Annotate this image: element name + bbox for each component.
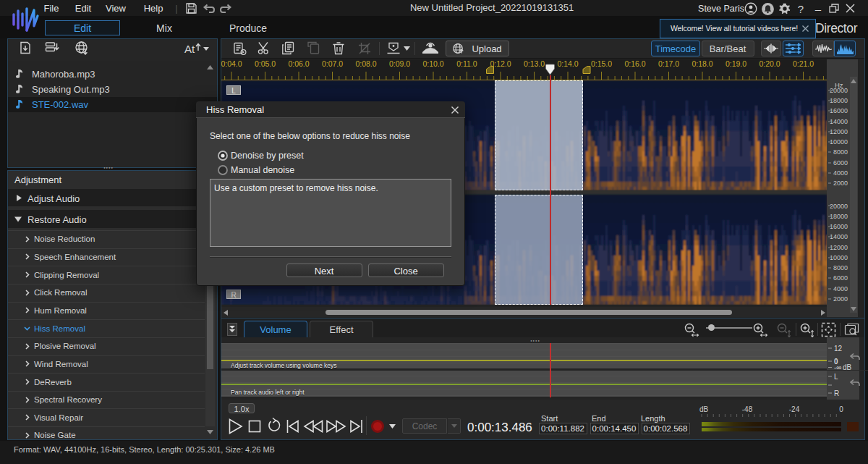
svg-text:0:18.0: 0:18.0: [692, 59, 712, 68]
svg-text:12: 12: [834, 345, 843, 353]
svg-text:L: L: [834, 373, 838, 381]
svg-text:0:19.0: 0:19.0: [726, 59, 746, 68]
svg-text:6000: 6000: [833, 159, 848, 166]
svg-text:2000: 2000: [833, 180, 848, 187]
svg-text:R: R: [834, 389, 839, 397]
svg-text:4000: 4000: [833, 169, 848, 177]
svg-text:0:21.0: 0:21.0: [793, 59, 814, 68]
svg-text:0:04.0: 0:04.0: [221, 59, 242, 68]
svg-text:10000: 10000: [830, 138, 848, 145]
svg-text:10000: 10000: [830, 254, 848, 261]
svg-text:0:05.0: 0:05.0: [255, 59, 276, 68]
svg-text:12000: 12000: [830, 128, 848, 135]
svg-text:20000: 20000: [830, 87, 848, 94]
svg-text:8000: 8000: [833, 264, 848, 271]
svg-text:18000: 18000: [830, 97, 848, 104]
svg-text:16000: 16000: [830, 223, 848, 230]
svg-text:8000: 8000: [833, 148, 848, 156]
svg-text:6000: 6000: [833, 274, 848, 282]
svg-text:12000: 12000: [830, 244, 848, 251]
svg-text:0:06.0: 0:06.0: [288, 59, 309, 68]
svg-text:dB: dB: [843, 363, 852, 371]
svg-text:0:09.0: 0:09.0: [389, 59, 410, 68]
svg-text:0:08.0: 0:08.0: [355, 59, 376, 68]
svg-text:0:07.0: 0:07.0: [322, 59, 343, 68]
svg-text:14000: 14000: [830, 118, 848, 125]
svg-text:0:20.0: 0:20.0: [759, 59, 780, 68]
svg-text:4000: 4000: [833, 285, 848, 292]
svg-text:0:10.0: 0:10.0: [422, 59, 443, 68]
svg-text:0:11.0: 0:11.0: [456, 59, 477, 68]
svg-text:16000: 16000: [830, 107, 848, 114]
svg-text:0:14.0: 0:14.0: [557, 59, 578, 68]
svg-text:0:13.0: 0:13.0: [524, 59, 545, 68]
svg-text:20000: 20000: [830, 203, 848, 210]
svg-text:18000: 18000: [830, 213, 848, 220]
svg-text:0:16.0: 0:16.0: [624, 59, 645, 68]
svg-text:0:17.0: 0:17.0: [658, 59, 679, 68]
svg-text:-∞: -∞: [834, 363, 841, 371]
svg-text:0:15.0: 0:15.0: [591, 59, 612, 68]
svg-text:2000: 2000: [833, 295, 848, 303]
svg-text:14000: 14000: [830, 233, 848, 240]
